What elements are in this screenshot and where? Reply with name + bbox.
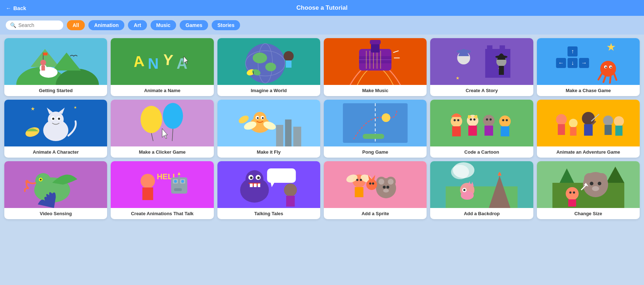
tutorial-label: Getting Started xyxy=(4,85,107,96)
tutorial-label: Make it Fly xyxy=(217,146,320,158)
svg-point-188 xyxy=(372,182,374,185)
svg-rect-136 xyxy=(615,126,622,136)
tutorial-label: Imagine a World xyxy=(217,85,320,96)
animations-talk-illustration: HELL xyxy=(111,161,213,208)
svg-rect-83 xyxy=(126,100,198,146)
svg-point-120 xyxy=(499,116,511,127)
filter-stories[interactable]: Stories xyxy=(212,20,240,30)
svg-rect-145 xyxy=(142,187,153,200)
svg-rect-165 xyxy=(267,168,296,183)
tutorial-make-fly[interactable]: Make it Fly xyxy=(217,100,320,158)
tutorial-chase-game[interactable]: ← ↓ ↑ → ★ Make a Chase Gam xyxy=(537,38,640,96)
svg-rect-130 xyxy=(584,124,593,136)
svg-rect-152 xyxy=(174,188,182,191)
tutorial-animate-name[interactable]: A N Y A Animate a Name xyxy=(111,38,213,96)
svg-point-192 xyxy=(453,162,474,178)
tutorial-change-size[interactable]: Change Size xyxy=(537,161,640,219)
svg-point-205 xyxy=(584,173,595,184)
tutorial-getting-started[interactable]: Getting Started xyxy=(4,38,107,96)
tutorial-label: Video Sensing xyxy=(4,208,107,219)
svg-rect-106 xyxy=(363,134,384,139)
svg-point-212 xyxy=(569,191,571,194)
back-button[interactable]: ← Back xyxy=(6,5,26,11)
filter-animation[interactable]: Animation xyxy=(88,20,124,30)
svg-point-173 xyxy=(378,179,384,185)
tutorial-talking-tales[interactable]: Talking Tales xyxy=(217,161,320,219)
svg-point-22 xyxy=(265,63,276,71)
tutorial-label: Add a Backdrop xyxy=(430,208,533,219)
tutorial-adventure-game[interactable]: Animate an Adventure Game xyxy=(537,100,640,158)
svg-point-46 xyxy=(456,50,471,53)
make-music-illustration xyxy=(324,38,427,85)
svg-point-105 xyxy=(382,113,390,122)
svg-point-150 xyxy=(174,180,177,183)
svg-text:★: ★ xyxy=(74,105,77,109)
filter-music[interactable]: Music xyxy=(151,20,176,30)
svg-point-86 xyxy=(163,103,183,129)
svg-point-174 xyxy=(388,179,394,185)
filter-games[interactable]: Games xyxy=(180,20,208,30)
tutorial-label: Code a Cartoon xyxy=(430,146,533,158)
tutorial-add-backdrop[interactable]: Add a Backdrop xyxy=(430,161,533,219)
svg-rect-159 xyxy=(254,184,257,187)
svg-rect-211 xyxy=(568,199,576,207)
svg-point-116 xyxy=(483,115,494,126)
svg-point-163 xyxy=(250,177,252,179)
tutorial-label: Talking Tales xyxy=(217,208,320,219)
tutorial-animate-character[interactable]: ★ ★ Animate A xyxy=(4,100,107,158)
change-size-illustration xyxy=(537,161,640,208)
tutorial-code-cartoon[interactable]: Code a Cartoon xyxy=(430,100,533,158)
svg-point-184 xyxy=(366,179,377,190)
pong-game-illustration xyxy=(324,100,427,146)
search-input[interactable] xyxy=(18,22,54,28)
tutorial-animations-talk[interactable]: HELL Create Animations That Talk xyxy=(111,161,213,219)
svg-point-21 xyxy=(253,53,267,63)
tutorial-create-story[interactable]: ★ ★ Create A Story xyxy=(430,38,533,96)
tutorial-make-music[interactable]: Make Music xyxy=(324,38,427,96)
svg-point-118 xyxy=(489,118,492,121)
svg-rect-158 xyxy=(250,184,253,187)
svg-rect-10 xyxy=(43,53,47,55)
svg-point-50 xyxy=(495,55,507,58)
tutorial-label: Make Music xyxy=(324,85,427,96)
svg-point-197 xyxy=(463,189,465,191)
filter-art[interactable]: Art xyxy=(128,20,147,30)
make-fly-illustration xyxy=(217,100,320,146)
tutorial-video-sensing[interactable]: Video Sensing xyxy=(4,161,107,219)
svg-rect-183 xyxy=(355,187,363,197)
svg-text:↓: ↓ xyxy=(571,60,574,66)
svg-rect-24 xyxy=(286,60,291,68)
tutorial-label: Pong Game xyxy=(324,146,427,158)
svg-point-151 xyxy=(181,180,184,183)
svg-text:★: ★ xyxy=(456,76,460,81)
svg-point-23 xyxy=(284,51,294,61)
svg-point-164 xyxy=(257,177,259,179)
search-box[interactable]: 🔍 xyxy=(6,21,63,30)
tutorial-clicker-game[interactable]: Make a Clicker Game xyxy=(111,100,213,158)
tutorial-pong-game[interactable]: Pong Game xyxy=(324,100,427,158)
svg-point-117 xyxy=(486,118,488,121)
adventure-game-illustration xyxy=(537,100,640,146)
svg-point-206 xyxy=(596,173,607,184)
svg-point-99 xyxy=(257,117,258,119)
filter-all[interactable]: All xyxy=(67,20,85,30)
svg-rect-111 xyxy=(452,126,461,136)
imagine-world-illustration xyxy=(217,38,320,85)
svg-text:★: ★ xyxy=(606,41,616,53)
svg-rect-160 xyxy=(258,184,260,187)
svg-point-7 xyxy=(40,60,46,65)
svg-point-167 xyxy=(284,184,297,196)
tutorial-label: Change Size xyxy=(537,208,640,219)
svg-rect-128 xyxy=(570,127,576,136)
svg-point-113 xyxy=(470,118,472,121)
tutorial-imagine-world[interactable]: Imagine a World xyxy=(217,38,320,96)
tutorial-add-sprite[interactable]: Add a Sprite xyxy=(324,161,427,219)
svg-point-133 xyxy=(603,116,613,126)
top-bar: ← Back Choose a Tutorial xyxy=(0,0,644,16)
svg-point-121 xyxy=(502,119,504,121)
svg-point-75 xyxy=(48,112,64,127)
svg-point-81 xyxy=(58,118,60,120)
svg-text:N: N xyxy=(148,55,158,72)
svg-text:A: A xyxy=(133,53,145,70)
svg-point-176 xyxy=(386,186,389,189)
